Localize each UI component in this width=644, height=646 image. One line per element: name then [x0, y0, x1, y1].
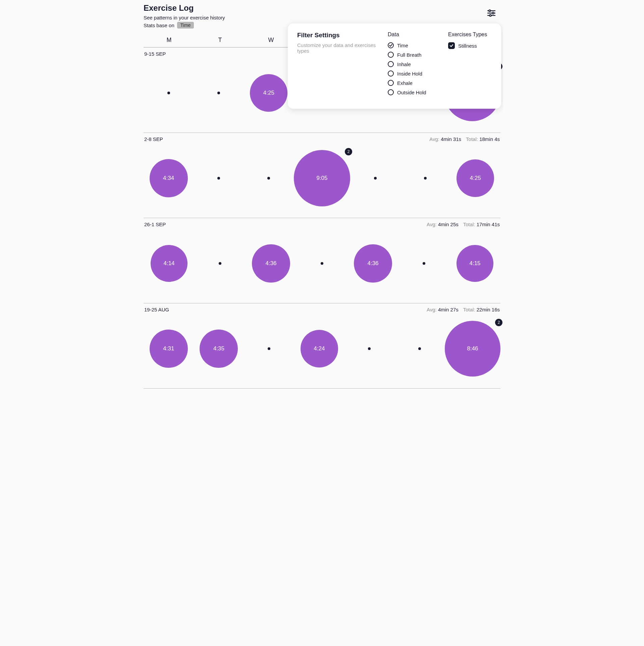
data-option[interactable]: Inhale	[388, 61, 445, 67]
exercise-bubble[interactable]: 4:15	[457, 245, 493, 282]
empty-dot	[368, 347, 371, 350]
day-header-cell: M	[144, 33, 195, 47]
empty-dot	[219, 262, 221, 265]
exercise-bubble[interactable]: 4:36	[354, 244, 392, 283]
exercise-bubble[interactable]: 9:052	[294, 150, 350, 206]
data-option-label: Outside Hold	[397, 90, 426, 95]
bubble-cell	[394, 315, 445, 382]
bubble-cell	[297, 230, 347, 297]
bubble-cell: 4:36	[347, 230, 398, 297]
bubble-cell	[350, 145, 400, 212]
data-column: Data TimeFull BreathInhaleInside HoldExh…	[388, 32, 445, 99]
exercise-bubble[interactable]: 4:25	[250, 74, 287, 112]
empty-dot	[424, 177, 427, 180]
stats-base-badge[interactable]: Time	[177, 22, 194, 29]
exercise-bubble[interactable]: 4:36	[252, 244, 290, 283]
page-subtitle: See patterns in your exercise history	[144, 15, 500, 20]
radio-icon	[388, 52, 394, 58]
exercise-bubble[interactable]: 4:24	[301, 330, 338, 367]
svg-point-1	[489, 10, 490, 11]
data-option-label: Inside Hold	[397, 71, 422, 77]
data-option[interactable]: Full Breath	[388, 52, 445, 58]
bubble-cell: 4:36	[246, 230, 297, 297]
week-stats: Avg: 4min 31sTotal: 18min 4s	[429, 136, 500, 142]
week-block: 19-25 AUGAvg: 4min 27sTotal: 22min 16s4:…	[144, 303, 500, 389]
week-header: 19-25 AUGAvg: 4min 27sTotal: 22min 16s	[144, 307, 500, 315]
empty-dot	[267, 177, 270, 180]
bubble-cell	[398, 230, 449, 297]
empty-dot	[217, 92, 220, 94]
bubble-cell	[195, 230, 246, 297]
exercise-bubble[interactable]: 4:25	[457, 159, 494, 197]
week-block: 2-8 SEPAvg: 4min 31sTotal: 18min 4s4:349…	[144, 133, 500, 218]
empty-dot	[217, 177, 220, 180]
bubble-cell: 4:25	[244, 59, 294, 127]
empty-dot	[418, 347, 421, 350]
bubble-cell: 4:14	[144, 230, 195, 297]
bubble-cell	[244, 315, 294, 382]
bubble-cell: 4:31	[144, 315, 194, 382]
week-label: 9-15 SEP	[144, 51, 166, 57]
exercise-bubble[interactable]: 8:462	[445, 321, 500, 377]
empty-dot	[268, 347, 270, 350]
bubble-cell: 4:15	[449, 230, 500, 297]
data-option-label: Full Breath	[397, 52, 422, 58]
week-header: 2-8 SEPAvg: 4min 31sTotal: 18min 4s	[144, 136, 500, 145]
exercise-bubble[interactable]: 4:34	[150, 159, 188, 197]
radio-icon	[388, 80, 394, 86]
type-option-label: Stillness	[458, 43, 477, 49]
week-stats: Avg: 4min 25sTotal: 17min 41s	[427, 221, 500, 227]
stats-base-label: Stats base on	[144, 22, 174, 28]
data-option[interactable]: Exhale	[388, 80, 445, 86]
bubble-cell	[144, 59, 194, 127]
radio-icon	[388, 70, 394, 77]
radio-icon	[388, 61, 394, 67]
svg-point-3	[492, 12, 494, 14]
empty-dot	[423, 262, 425, 265]
bubble-cell	[244, 145, 294, 212]
data-option[interactable]: Inside Hold	[388, 70, 445, 77]
exercise-bubble[interactable]: 4:35	[200, 330, 238, 368]
types-column: Exercises Types Stillness	[448, 32, 492, 99]
popover-title: Filter Settings	[297, 32, 384, 39]
bubble-cell: 4:34	[144, 145, 194, 212]
bubble-row: 4:314:354:248:462	[144, 315, 500, 382]
data-option-label: Time	[397, 43, 408, 48]
bubble-cell	[344, 315, 395, 382]
types-column-head: Exercises Types	[448, 32, 492, 38]
header: Exercise Log See patterns in your exerci…	[144, 3, 500, 29]
bubble-cell: 8:462	[445, 315, 500, 382]
bubble-cell	[400, 145, 450, 212]
week-stats: Avg: 4min 27sTotal: 22min 16s	[427, 307, 500, 312]
count-badge: 2	[495, 319, 502, 326]
filter-settings-button[interactable]	[486, 7, 497, 19]
empty-dot	[167, 92, 170, 94]
data-option[interactable]: Time	[388, 42, 445, 48]
week-header: 26-1 SEPAvg: 4min 25sTotal: 17min 41s	[144, 221, 500, 230]
type-option[interactable]: Stillness	[448, 42, 492, 49]
radio-icon	[388, 89, 394, 95]
bubble-cell	[194, 59, 244, 127]
bubble-cell: 4:35	[194, 315, 244, 382]
page-title: Exercise Log	[144, 3, 500, 13]
bubble-cell: 4:25	[450, 145, 500, 212]
week-block: 26-1 SEPAvg: 4min 25sTotal: 17min 41s4:1…	[144, 218, 500, 303]
data-option[interactable]: Outside Hold	[388, 89, 445, 95]
bubble-cell: 9:052	[294, 145, 350, 212]
sliders-icon	[487, 9, 496, 17]
empty-dot	[321, 262, 323, 265]
checkbox-icon	[448, 42, 455, 49]
day-header-cell: T	[195, 33, 246, 47]
bubble-row: 4:349:0524:25	[144, 145, 500, 212]
exercise-bubble[interactable]: 4:31	[150, 330, 188, 368]
popover-subtitle: Customize your data and exercises types	[297, 42, 384, 54]
radio-icon	[388, 42, 394, 48]
data-column-head: Data	[388, 32, 445, 38]
exercise-bubble[interactable]: 4:14	[151, 245, 187, 282]
week-label: 26-1 SEP	[144, 221, 166, 227]
empty-dot	[374, 177, 377, 180]
bubble-cell	[194, 145, 244, 212]
data-option-label: Exhale	[397, 80, 413, 86]
bubble-cell: 4:24	[294, 315, 344, 382]
week-label: 19-25 AUG	[144, 307, 169, 312]
